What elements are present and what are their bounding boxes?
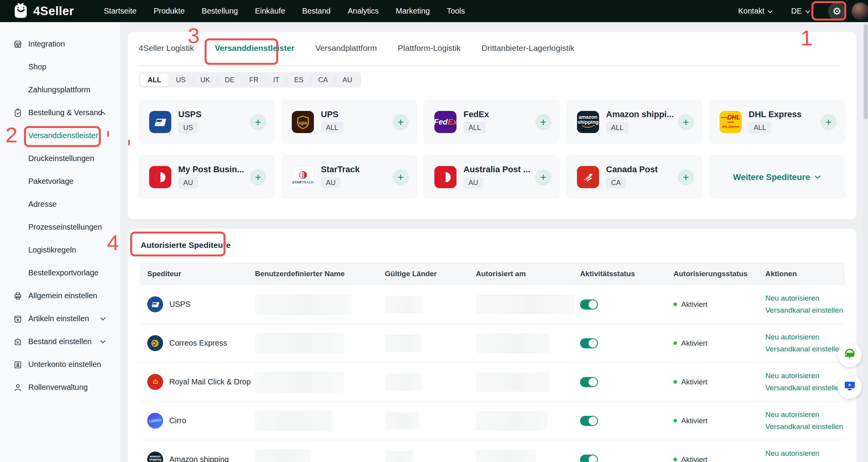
status-dot-icon [673,380,677,384]
tab-drittanbieter-lagerlogistik[interactable]: Drittanbieter-Lagerlogistik [482,43,574,54]
filter-ca[interactable]: CA [311,74,335,86]
add-ups-button[interactable]: + [393,114,409,130]
redacted-authorized-date [476,372,549,392]
activity-toggle[interactable] [580,377,598,387]
sidebar-item-shop[interactable]: Shop [0,55,120,78]
sidebar-item-bestellung-versand[interactable]: Bestellung & Versand [0,101,120,124]
add-amazon-shipping-button[interactable]: + [678,114,694,130]
set-shipping-channel-link[interactable]: Versandkanal einstellen [765,306,845,315]
sidebar-item-unterkonto-einstellen[interactable]: Unterkonto einstellen [0,353,120,376]
sidebar-item-prozesseinstellungen[interactable]: Prozesseinstellungen [0,216,120,239]
navbar-right: Kontakt DE ⚙ [738,0,868,22]
add-usps-button[interactable]: + [250,114,266,130]
carrier-card-dhl: —DHL—DHL Express DHL Express ALL + [709,100,845,144]
sidebar-item-zahlungsplattform[interactable]: Zahlungsplattform [0,78,120,101]
language-dropdown[interactable]: DE [791,7,810,16]
kontakt-dropdown[interactable]: Kontakt [738,7,773,16]
status-label: Aktiviert [681,339,708,348]
royal-mail-logo-icon [147,374,163,390]
filter-fr[interactable]: FR [242,74,266,86]
sidebar-item-allgemein-einstellen[interactable]: Allgemein einstellen [0,284,120,307]
sidebar-item-druckeinstellungen[interactable]: Druckeinstellungen [0,147,120,170]
status-dot-icon [673,458,677,461]
filter-es[interactable]: ES [287,74,311,86]
more-carriers-card[interactable]: Weitere Spediteure [709,155,845,199]
country-tag: ALL [321,122,343,133]
add-startrack-button[interactable]: + [393,169,409,185]
set-shipping-channel-link[interactable]: Versandkanal einstellen [765,384,845,392]
nav-bestellung[interactable]: Bestellung [202,7,238,16]
nav-startseite[interactable]: Startseite [104,7,136,16]
activity-toggle[interactable] [580,299,598,310]
carrier-card-mypost-business: My Post Busin... AU + [138,155,275,199]
filter-uk[interactable]: UK [193,74,217,86]
nav-bestand[interactable]: Bestand [302,7,331,16]
sidebar-item-bestellexportvorlage[interactable]: Bestellexportvorlage [0,261,120,284]
add-mypost-business-button[interactable]: + [250,169,266,185]
annotation-number-1: 1 [801,27,813,49]
user-avatar[interactable] [851,2,868,20]
set-shipping-channel-link[interactable]: Versandkanal einstellen [765,345,845,353]
filter-de[interactable]: DE [217,74,242,86]
country-tag: US [178,122,198,133]
add-dhl-button[interactable]: + [820,114,837,130]
sidebar-item-integration[interactable]: Integration [0,33,120,55]
tab-4seller-logistik[interactable]: 4Seller Logistik [139,43,194,54]
sidebar-item-paketvorlage[interactable]: Paketvorlage [0,170,120,193]
nav-tools[interactable]: Tools [447,7,465,16]
table-header: Spediteur Benutzerdefinierter Name Gülti… [140,263,845,285]
carrier-card-usps: USPS US + [138,100,275,144]
activity-toggle[interactable] [580,416,598,426]
add-canada-post-button[interactable]: + [678,169,694,185]
canada-post-logo-icon [577,166,599,188]
status-label: Aktiviert [681,455,708,462]
sidebar-item-logistikregeln[interactable]: Logistikregeln [0,239,120,261]
video-tutorial-button[interactable] [838,375,862,399]
brand[interactable]: 4Seller [13,0,74,22]
sidebar-item-adresse[interactable]: Adresse [0,193,120,216]
scrollbar-thumb[interactable] [864,24,868,119]
nav-marketing[interactable]: Marketing [396,7,430,16]
add-fedex-button[interactable]: + [535,114,551,130]
redacted-authorized-date [476,295,575,314]
country-tag: ALL [606,122,629,133]
reauthorize-link[interactable]: Neu autorisieren [765,294,845,303]
country-tag: AU [321,177,341,189]
reauthorize-link[interactable]: Neu autorisieren [765,410,845,419]
filter-it[interactable]: IT [266,74,287,86]
settings-sidebar: Integration Shop Zahlungsplattform Beste… [0,22,120,462]
carrier-card-amazon-shipping: amazonshipping Amazon shippi... ALL + [566,100,703,144]
nav-einkaeufe[interactable]: Einkäufe [255,7,285,16]
activity-toggle[interactable] [580,338,598,348]
add-australia-post-button[interactable]: + [535,169,551,185]
reauthorize-link[interactable]: Neu autorisieren [765,333,845,341]
inventory-icon [13,337,22,346]
annotation-dash [128,140,130,145]
sidebar-item-artikeln-einstellen[interactable]: Artikeln einstellen [0,307,120,330]
nav-analytics[interactable]: Analytics [348,7,379,16]
filter-us[interactable]: US [169,74,193,86]
tab-plattform-logistik[interactable]: Plattform-Logistik [398,43,461,54]
live-chat-button[interactable] [838,343,862,367]
reauthorize-link[interactable]: Neu autorisieren [765,372,845,380]
sidebar-item-rollenverwaltung[interactable]: Rollenverwaltung [0,376,120,399]
redacted-countries [385,296,424,313]
authorized-carriers-table: Spediteur Benutzerdefinierter Name Gülti… [140,263,845,462]
cirro-logo-icon: CIRRO [147,413,163,429]
filter-all[interactable]: ALL [140,74,169,86]
tab-divider [139,65,841,66]
country-tag: ALL [463,122,486,133]
status-label: Aktiviert [681,417,708,425]
brand-name: 4Seller [33,4,74,18]
redacted-authorized-date [476,450,536,462]
reauthorize-link[interactable]: Neu autorisieren [765,449,845,458]
sidebar-item-bestand-einstellen[interactable]: Bestand einstellen [0,330,120,353]
chevron-down-icon [768,7,773,16]
activity-toggle[interactable] [580,455,598,462]
filter-au[interactable]: AU [335,74,360,86]
country-filter: ALL US UK DE FR IT ES CA AU [139,72,361,88]
nav-produkte[interactable]: Produkte [153,7,184,16]
tab-versandplattform[interactable]: Versandplattform [315,43,377,54]
set-shipping-channel-link[interactable]: Versandkanal einstellen [765,422,845,431]
chevron-down-icon [805,7,810,16]
